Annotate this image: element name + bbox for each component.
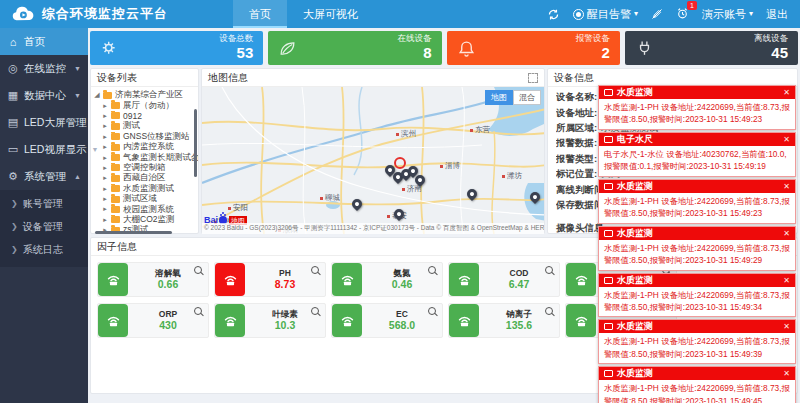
alert-title: 水质监测 — [617, 367, 653, 380]
monitor-icon: ▭ — [7, 143, 19, 156]
alert-header: 水质监测 ✕ — [599, 86, 795, 99]
map-type-hybrid-button[interactable]: 混合 — [513, 90, 541, 105]
tree-item[interactable]: ▸ 0912 — [102, 111, 198, 121]
selected-pin-icon[interactable] — [394, 157, 406, 169]
submenu-item[interactable]: ❯ 设备管理 — [0, 215, 88, 238]
tree-item[interactable]: ▸ 水质监测测试 — [102, 184, 198, 194]
factor-card[interactable]: 溶解氧 0.66 — [97, 262, 209, 297]
map-title: 地图信息 — [208, 69, 248, 86]
stat-online-devices[interactable]: 在线设备 8 — [268, 31, 441, 65]
tree-item[interactable]: ▸ 校园监测系统 — [102, 204, 198, 214]
brand: 综合环境监控云平台 — [0, 5, 178, 23]
home-icon: ⌂ — [7, 36, 19, 48]
factor-value: 0.46 — [362, 278, 442, 291]
alert-message: 水质监测-1-PH 设备地址:24220699,当前值:8.73,报警限值:8.… — [599, 240, 795, 270]
sidebar-item-online-monitor[interactable]: ◎ 在线监控 ▼ — [0, 55, 88, 82]
factor-card[interactable]: 叶绿素 10.3 — [214, 303, 326, 338]
nav-home[interactable]: 首页 — [233, 0, 287, 28]
alert-toast: 水质监测 ✕ 水质监测-1-PH 设备地址:24220699,当前值:8.73,… — [598, 319, 796, 364]
magnifier-icon[interactable] — [428, 307, 436, 315]
alert-toast: 水质监测 ✕ 水质监测-1-PH 设备地址:24220699,当前值:8.73,… — [598, 226, 796, 271]
tree-item[interactable]: ▸ 气象监测长期测试勿动 — [102, 152, 198, 162]
city-label: 聊城 — [320, 193, 340, 203]
city-label: 安阳 — [228, 203, 248, 213]
factor-card[interactable]: PH 8.73 — [214, 262, 326, 297]
sidebar-item-led-video[interactable]: ▭ LED视屏显示 ▼ — [0, 136, 88, 163]
close-icon[interactable]: ✕ — [783, 182, 790, 191]
chevron-down-icon: ▼ — [74, 65, 81, 72]
magnifier-icon[interactable] — [311, 266, 319, 274]
tree-item[interactable]: ▸ 内涝监控系统 — [102, 142, 198, 152]
factor-card[interactable]: ORP 430 — [97, 303, 209, 338]
sidebar-item-home[interactable]: ⌂ 首页 — [0, 28, 88, 55]
tree-item-label: 空调控制箱 — [123, 163, 166, 173]
alert-message: 电子水尺-1-水位 设备地址:40230762,当前值:10.0,报警限值:0.… — [599, 146, 795, 176]
sidebar: ⌂ 首页 ◎ 在线监控 ▼ ▦ 数据中心 ▼ ▤ LED大屏管理 ▭ LED视屏… — [0, 28, 88, 403]
alert-toast: 电子水尺 ✕ 电子水尺-1-水位 设备地址:40230762,当前值:10.0,… — [598, 132, 796, 177]
magnifier-icon[interactable] — [545, 307, 553, 315]
folder-icon — [111, 144, 120, 151]
sensor-icon — [566, 263, 596, 296]
magnifier-icon[interactable] — [194, 266, 202, 274]
tree-root[interactable]: ◢ 济南某综合产业区 — [94, 90, 198, 100]
alert-header: 水质监测 ✕ — [599, 180, 795, 193]
tree-item[interactable]: ▸ GNSS位移监测站 — [102, 132, 198, 142]
tree-item[interactable]: ▸ 西藏自治区 — [102, 173, 198, 183]
nav-bigscreen[interactable]: 大屏可视化 — [287, 0, 374, 28]
factor-card[interactable]: EC 568.0 — [331, 303, 443, 338]
vertical-scrollbar[interactable] — [194, 109, 197, 177]
logout-button[interactable]: 退出 — [766, 7, 788, 22]
alert-title: 水质监测 — [617, 274, 653, 287]
factor-card[interactable]: 氨氮 0.46 — [331, 262, 443, 297]
tree-item[interactable]: ▸ 测试 — [102, 121, 198, 131]
horizontal-scrollbar[interactable] — [95, 231, 172, 234]
tree-item[interactable]: ▸ 测试区域 — [102, 194, 198, 204]
close-icon[interactable]: ✕ — [783, 322, 790, 331]
close-icon[interactable]: ✕ — [783, 135, 790, 144]
stat-offline-devices[interactable]: 离线设备 45 — [625, 31, 798, 65]
factor-card[interactable]: 钠离子 135.6 — [448, 303, 560, 338]
fullscreen-icon[interactable] — [528, 73, 538, 83]
stat-alarm-devices[interactable]: 报警设备 2 — [447, 31, 620, 65]
magnifier-icon[interactable] — [545, 266, 553, 274]
sidebar-item-data-center[interactable]: ▦ 数据中心 ▼ — [0, 82, 88, 109]
stat-total-devices[interactable]: 设备总数 53 — [90, 31, 263, 65]
tree-item-label: 水质监测测试 — [123, 184, 174, 194]
field-label: 所属区域: — [556, 122, 597, 135]
sidebar-item-led-screen[interactable]: ▤ LED大屏管理 — [0, 109, 88, 136]
alert-type-icon — [604, 136, 613, 143]
close-icon[interactable]: ✕ — [783, 276, 790, 285]
gears-icon — [100, 39, 119, 58]
submenu-item[interactable]: ❯ 账号管理 — [0, 192, 88, 215]
caret-right-icon: ▸ — [102, 154, 108, 162]
magnifier-icon[interactable] — [311, 307, 319, 315]
magnifier-icon[interactable] — [428, 266, 436, 274]
sidebar-item-system[interactable]: ⚙ 系统管理 ▲ — [0, 163, 88, 190]
magnifier-icon[interactable] — [194, 307, 202, 315]
chevron-up-icon: ▲ — [74, 173, 81, 180]
app-title: 综合环境监控云平台 — [42, 5, 168, 23]
city-label: 淄博 — [440, 161, 460, 171]
city-label: 潍坊 — [502, 171, 522, 181]
refresh-screen-icon[interactable] — [547, 8, 560, 21]
alarm-status-icon — [573, 9, 584, 20]
factor-card[interactable]: COD 6.47 — [448, 262, 560, 297]
sensor-icon — [98, 304, 128, 337]
tree-item[interactable]: ▸ 展厅（勿动） — [102, 100, 198, 110]
map-canvas[interactable]: 济南泰安聊城淄博潍坊东营滨州济宁菏泽安阳濮阳鹤壁 地图 混合 Bai 地图 © … — [202, 87, 544, 234]
alarm-toggle-dropdown[interactable]: 醒目告警 ▾ — [573, 7, 638, 22]
tree-item[interactable]: ▸ 大棚CO2监测 — [102, 215, 198, 225]
tree-item[interactable]: ▸ 空调控制箱 — [102, 163, 198, 173]
submenu-item[interactable]: ❯ 系统日志 — [0, 238, 88, 261]
sensor-icon — [98, 263, 128, 296]
tree-item-label: 测试区域 — [123, 194, 157, 204]
close-icon[interactable]: ✕ — [783, 229, 790, 238]
close-icon[interactable]: ✕ — [783, 88, 790, 97]
notification-bell[interactable]: 1 — [676, 7, 689, 22]
account-menu[interactable]: 演示账号 ▾ — [702, 7, 753, 22]
factor-value: 568.0 — [362, 319, 442, 332]
pen-icon[interactable] — [651, 8, 663, 20]
map-type-standard-button[interactable]: 地图 — [485, 90, 513, 105]
close-icon[interactable]: ✕ — [783, 369, 790, 378]
alert-type-icon — [604, 89, 613, 96]
